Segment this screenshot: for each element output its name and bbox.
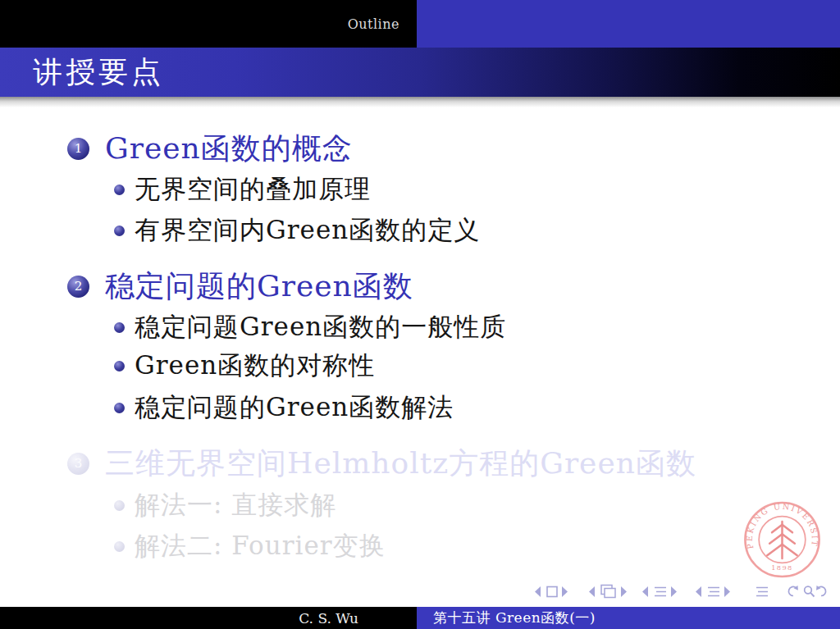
outline-item-1[interactable]: 1 Green函数的概念: [67, 131, 353, 166]
navigation-symbols: [529, 583, 834, 600]
item-2-number: 2: [75, 280, 83, 293]
author-label: C. S. Wu: [299, 610, 417, 627]
outline-subitem-1-1[interactable]: 无界空间的叠加原理: [114, 175, 371, 204]
item-1-number: 1: [75, 143, 83, 155]
bullet-sphere-icon: [114, 226, 125, 236]
outline-item-3[interactable]: 3 三维无界空间Helmholtz方程的Green函数: [67, 446, 696, 481]
outline-subitem-2-3[interactable]: 稳定问题的Green函数解法: [114, 393, 454, 422]
lecture-title-label: 第十五讲 Green函数(一): [417, 608, 596, 627]
outline-subitem-2-2[interactable]: Green函数的对称性: [114, 351, 375, 381]
frames-icon[interactable]: [601, 586, 615, 598]
section-label: Outline: [348, 16, 417, 32]
prev-subsection-icon[interactable]: [642, 586, 648, 597]
next-slide-icon[interactable]: [562, 586, 568, 597]
logo-year: 1898: [771, 563, 793, 572]
next-frame-icon[interactable]: [621, 586, 627, 597]
prev-slide-icon[interactable]: [535, 586, 541, 597]
item-3-label: 三维无界空间Helmholtz方程的Green函数: [105, 444, 696, 484]
item-3-number: 3: [75, 458, 83, 470]
outline-subitem-3-1[interactable]: 解法一: 直接求解: [114, 490, 336, 520]
prev-frame-icon[interactable]: [589, 586, 595, 597]
subitem-1-2-label: 有界空间内Green函数的定义: [135, 213, 480, 248]
bullet-sphere-icon: [114, 322, 125, 333]
frametitle-shadow: [0, 97, 840, 107]
section-icon[interactable]: [708, 588, 719, 596]
subitem-2-1-label: 稳定问题Green函数的一般性质: [135, 310, 506, 344]
logo-emblem-icon: [767, 522, 797, 558]
prev-section-icon[interactable]: [696, 586, 701, 597]
footline-title-bar: 第十五讲 Green函数(一): [417, 607, 840, 629]
item-1-label: Green函数的概念: [105, 129, 353, 169]
frametitle-bar: 讲授要点: [0, 48, 840, 97]
slide-icon[interactable]: [547, 587, 557, 597]
item-3-number-ball: 3: [67, 453, 89, 475]
forward-icon[interactable]: [816, 586, 825, 596]
footline-author-bar: C. S. Wu: [0, 607, 417, 629]
item-2-number-ball: 2: [67, 276, 89, 298]
outline-subitem-3-2[interactable]: 解法二: Fourier变换: [114, 531, 386, 561]
item-2-label: 稳定问题的Green函数: [105, 267, 413, 307]
next-subsection-icon[interactable]: [671, 586, 677, 597]
appendix-icon[interactable]: [756, 588, 768, 596]
search-icon[interactable]: [805, 586, 815, 596]
frame-title: 讲授要点: [0, 52, 164, 93]
item-1-number-ball: 1: [67, 138, 89, 160]
back-icon[interactable]: [788, 586, 797, 596]
subsection-icon[interactable]: [655, 588, 666, 596]
subitem-2-3-label: 稳定问题的Green函数解法: [135, 390, 454, 425]
subitem-3-2-label: 解法二: Fourier变换: [135, 529, 386, 563]
bullet-sphere-icon: [114, 541, 125, 552]
beamer-slide: Outline 讲授要点 1 Green函数的概念 无界空间的叠加原理 有界空间…: [0, 0, 840, 629]
next-section-icon[interactable]: [724, 586, 730, 597]
subitem-1-1-label: 无界空间的叠加原理: [135, 172, 371, 207]
headline-subsection-bar: [417, 0, 840, 48]
outline-subitem-2-1[interactable]: 稳定问题Green函数的一般性质: [114, 312, 506, 342]
outline-subitem-1-2[interactable]: 有界空间内Green函数的定义: [114, 216, 480, 245]
bullet-sphere-icon: [114, 403, 125, 413]
bullet-sphere-icon: [114, 185, 125, 195]
outline-item-2[interactable]: 2 稳定问题的Green函数: [67, 269, 413, 303]
subitem-3-1-label: 解法一: 直接求解: [135, 488, 336, 522]
bullet-sphere-icon: [114, 361, 125, 371]
bullet-sphere-icon: [114, 500, 125, 511]
pku-logo: PEKING UNIVERSITY 1898: [742, 500, 822, 579]
headline-section-bar: Outline: [0, 0, 417, 48]
subitem-2-2-label: Green函数的对称性: [135, 349, 375, 383]
